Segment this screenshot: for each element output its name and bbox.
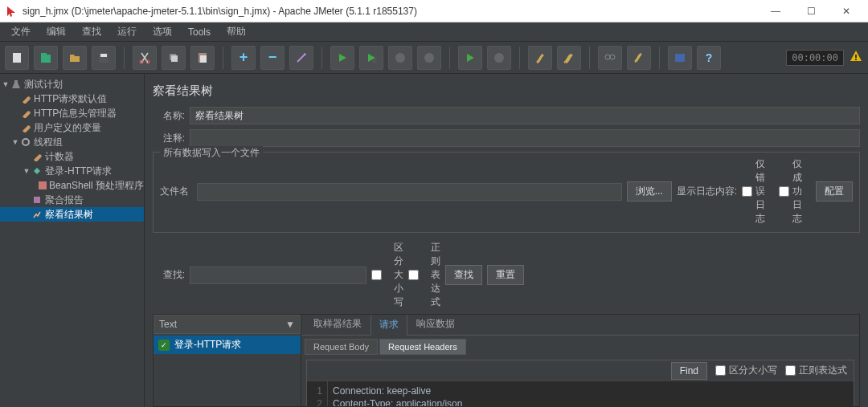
menu-help[interactable]: 帮助 (220, 23, 252, 40)
svg-rect-22 (34, 197, 40, 203)
maximize-button[interactable]: ☐ (800, 3, 821, 19)
tree-item[interactable]: 用户定义的变量 (0, 120, 144, 135)
svg-rect-10 (200, 55, 207, 63)
window-title: sign_h.jmx (D:\jmeter\apache-jmeter-5.1.… (23, 6, 765, 17)
toggle-button[interactable] (289, 46, 313, 70)
svg-rect-17 (675, 54, 685, 62)
result-item-label: 登录-HTTP请求 (174, 338, 241, 352)
templates-button[interactable] (34, 46, 58, 70)
svg-point-15 (605, 55, 610, 59)
tree-results[interactable]: 察看结果树 (0, 207, 144, 222)
menu-run[interactable]: 运行 (111, 23, 143, 40)
stop-button[interactable] (388, 46, 412, 70)
svg-point-12 (395, 53, 405, 63)
start-button[interactable] (330, 46, 354, 70)
elapsed-timer: 00:00:00 (786, 50, 844, 66)
remote-start-button[interactable] (458, 46, 482, 70)
wrench-icon (19, 93, 32, 104)
menu-edit[interactable]: 编辑 (40, 23, 72, 40)
start-notimers-button[interactable] (359, 46, 383, 70)
sampler-icon (31, 165, 43, 177)
jmeter-logo-icon (5, 5, 18, 18)
cut-button[interactable] (133, 46, 157, 70)
tree-threadgroup[interactable]: ▼线程组 (0, 135, 144, 149)
menu-tools[interactable]: Tools (182, 25, 217, 39)
renderer-dropdown[interactable]: Text ▼ (154, 315, 301, 334)
results-icon (31, 209, 43, 220)
search-input[interactable] (190, 267, 366, 284)
filename-label: 文件名 (160, 185, 192, 198)
only-success-check[interactable]: 仅成功日志 (779, 157, 811, 226)
search-label: 查找: (153, 268, 185, 282)
new-button[interactable] (5, 46, 29, 70)
name-input[interactable] (190, 107, 860, 124)
tree-counter[interactable]: 计数器 (0, 149, 144, 164)
subtab-request-body[interactable]: Request Body (305, 339, 378, 355)
copy-button[interactable] (162, 46, 186, 70)
headers-code-panel: Find 区分大小写 正则表达式 1234567 Connection: kee… (306, 360, 854, 407)
file-output-fieldset: 所有数据写入一个文件 文件名 浏览... 显示日志内容: 仅错误日志 仅成功日志… (153, 152, 860, 233)
collapse-button[interactable]: − (260, 46, 285, 70)
flask-icon (10, 79, 23, 90)
tree-item[interactable]: HTTP请求默认值 (0, 92, 144, 106)
subtab-request-headers[interactable]: Request Headers (379, 339, 466, 355)
remote-stop-button[interactable] (487, 46, 511, 70)
clear-all-button[interactable] (557, 46, 581, 70)
warning-icon (849, 49, 863, 66)
browse-button[interactable]: 浏览... (627, 181, 672, 201)
search-button[interactable]: 查找 (445, 265, 482, 285)
find-button[interactable] (598, 46, 622, 70)
function-helper-button[interactable] (668, 46, 692, 70)
svg-point-16 (610, 55, 615, 59)
tree-beanshell[interactable]: BeanShell 预处理程序 (0, 178, 144, 193)
only-errors-check[interactable]: 仅错误日志 (742, 157, 774, 226)
paste-button[interactable] (190, 46, 215, 70)
regex-check[interactable]: 正则表达式 (408, 241, 440, 309)
code-case-check[interactable]: 区分大小写 (715, 364, 777, 377)
save-button[interactable] (92, 46, 116, 70)
minimize-button[interactable]: — (765, 3, 786, 19)
loglabel: 显示日志内容: (677, 185, 737, 198)
tab-sampler-result[interactable]: 取样器结果 (305, 314, 371, 335)
code-regex-check[interactable]: 正则表达式 (785, 364, 847, 377)
success-shield-icon: ✓ (158, 340, 170, 351)
svg-point-13 (424, 53, 434, 63)
filename-input[interactable] (197, 183, 622, 201)
tree-agg[interactable]: 聚合报告 (0, 193, 144, 207)
case-sensitive-check[interactable]: 区分大小写 (371, 241, 403, 309)
content-panel: 察看结果树 名称: 注释: 所有数据写入一个文件 文件名 浏览... 显示日志内… (145, 74, 868, 407)
svg-rect-1 (41, 55, 51, 63)
shutdown-button[interactable] (417, 46, 441, 70)
help-button[interactable]: ? (697, 46, 721, 70)
comment-input[interactable] (190, 129, 860, 147)
menu-options[interactable]: 选项 (146, 23, 178, 40)
reset-button[interactable]: 重置 (487, 265, 524, 285)
wrench-icon (19, 108, 32, 119)
result-item[interactable]: ✓ 登录-HTTP请求 (154, 336, 301, 354)
code-lines[interactable]: Connection: keep-aliveContent-Type: appl… (328, 381, 854, 407)
wrench-icon (31, 151, 43, 162)
name-label: 名称: (153, 109, 185, 123)
configure-button[interactable]: 配置 (816, 181, 853, 201)
line-gutter: 1234567 (307, 381, 328, 407)
close-button[interactable]: ✕ (836, 3, 857, 19)
clear-button[interactable] (528, 46, 552, 70)
script-icon (38, 180, 47, 191)
code-find-button[interactable]: Find (671, 362, 707, 380)
tab-response[interactable]: 响应数据 (407, 314, 464, 335)
svg-rect-21 (39, 181, 47, 189)
open-button[interactable] (63, 46, 87, 70)
tree-root[interactable]: ▼测试计划 (0, 77, 144, 92)
svg-point-14 (494, 53, 504, 63)
tab-request[interactable]: 请求 (371, 314, 407, 336)
menu-file[interactable]: 文件 (5, 23, 37, 40)
menu-search[interactable]: 查找 (76, 23, 108, 40)
reset-search-button[interactable] (627, 46, 651, 70)
test-plan-tree[interactable]: ▼测试计划 HTTP请求默认值 HTTP信息头管理器 用户定义的变量 ▼线程组 … (0, 74, 145, 407)
window-titlebar: sign_h.jmx (D:\jmeter\apache-jmeter-5.1.… (0, 0, 868, 22)
svg-rect-0 (13, 53, 21, 63)
tree-item[interactable]: HTTP信息头管理器 (0, 106, 144, 120)
expand-button[interactable]: + (231, 46, 256, 70)
gear-icon (19, 136, 32, 148)
tree-httpreq[interactable]: ▼登录-HTTP请求 (0, 164, 144, 178)
